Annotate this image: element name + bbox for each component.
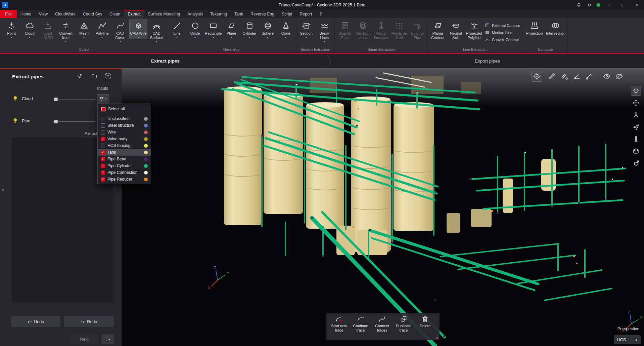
tab-report[interactable]: Report [296,10,316,18]
level-camera-button[interactable] [631,134,641,144]
sync-icon[interactable]: ↻ [586,2,592,8]
tab-tank[interactable]: Tank [231,10,247,18]
notifications-bell-icon[interactable] [576,2,582,8]
point-button[interactable]: Point▾ [2,20,20,39]
checkbox-icon[interactable]: ✓ [101,164,105,168]
tab-analysis[interactable]: Analysis [184,10,206,18]
section-button[interactable]: Section▾ [297,20,315,39]
tab-texturing[interactable]: Texturing [206,10,231,18]
fly-mode-button[interactable] [631,122,641,132]
continue-trace-button[interactable]: Continue trace [350,315,371,333]
visibility-bulb-icon[interactable] [12,118,18,124]
cad-surface-button[interactable]: CAD Surface▾ [147,20,166,44]
filter-item-pipe-cylinder[interactable]: ✓ Pipe Cylinder [98,162,151,169]
cad-wire-button[interactable]: CAD Wire▾ [129,20,147,39]
line-button[interactable]: Line▾ [168,20,186,39]
checkbox-icon[interactable]: ✓ [101,150,105,155]
break-lines-button[interactable]: Break Lines▾ [315,20,333,44]
convex-contour-button[interactable]: Convex Contour [485,37,520,42]
cone-button[interactable]: Cone▾ [277,20,295,39]
rotation-center-button[interactable] [532,71,542,82]
measure-point-button[interactable] [559,71,570,82]
intersection-button[interactable]: Intersection [545,20,566,36]
redo-button[interactable]: ↪ Redo [64,316,114,327]
rectangle-button[interactable]: Rectangle▾ [204,20,222,39]
cloud-class-filter-button[interactable]: ▾ [97,94,109,104]
filter-item-unclassified[interactable]: Unclassified [98,115,151,122]
clipping-box-button[interactable] [631,158,641,168]
tab-extract[interactable]: Extract [124,10,144,18]
checkbox-icon[interactable]: ✓ [101,170,105,175]
slider-track[interactable] [53,121,95,122]
filter-item-valve-body[interactable]: ✓ Valve body [98,136,151,142]
polyline-button[interactable]: Polyline▾ [93,20,111,39]
mesh-button[interactable]: Mesh▾ [75,20,93,39]
tab-home[interactable]: Home [17,10,35,18]
view-cube-button[interactable] [631,146,641,156]
cloud-button[interactable]: Cloud▾ [20,20,39,39]
filter-item-pipe-reducer[interactable]: ✓ Pipe Reducer [98,176,151,183]
measure-slope-button[interactable] [584,71,595,82]
help-icon[interactable]: ? [105,73,111,79]
skip-to-export-button[interactable] [101,334,114,344]
filter-item-tank[interactable]: ✓ Tank [98,149,151,156]
filter-item-wire[interactable]: Wire [98,129,151,136]
measure-distance-button[interactable] [547,71,557,82]
filter-item-hcs-fencing[interactable]: HCS fencing [98,142,151,149]
neutral-axis-button[interactable]: Neutral Axis [447,20,465,40]
convert-from-button[interactable]: Convert from▾ [57,20,75,44]
viewport-canvas[interactable]: Z Y X Z Y X [122,68,644,346]
cad-curve-button[interactable]: CAD Curve▾ [111,20,129,44]
select-all-checkbox[interactable] [101,107,106,112]
checkbox-icon[interactable] [101,123,105,128]
tab-view[interactable]: View [35,10,51,18]
checkbox-icon[interactable] [101,117,105,121]
expand-toolbar-icon[interactable]: » [435,337,440,339]
plane-button[interactable]: Plane▾ [222,20,240,39]
tab-clean[interactable]: Clean [106,10,124,18]
visibility-bulb-icon[interactable] [12,95,18,102]
planar-contour-button[interactable]: Planar Contour [429,20,447,40]
tab-reverse-eng[interactable]: Reverse Eng [247,10,278,18]
delete-trace-button[interactable]: Delete [414,315,436,328]
walkthrough-mode-button[interactable] [631,110,641,120]
checkbox-icon[interactable] [101,130,105,134]
tab-help[interactable]: ? [316,10,325,18]
minimize-button[interactable]: – [604,0,614,10]
projection-button[interactable]: Projection [524,20,545,36]
measure-angle-button[interactable] [571,71,582,82]
sphere-button[interactable]: Sphere▾ [259,20,277,39]
workflow-step-export-pipes[interactable]: Export pipes [331,54,644,68]
filter-item-select-all[interactable]: Select all [98,106,151,112]
workflow-step-extract-pipes[interactable]: Extract pipes [0,54,331,68]
collapse-panel-button[interactable]: ◂ [0,185,4,194]
checkbox-icon[interactable]: ✓ [101,137,105,141]
projected-polyline-button[interactable]: Projected Polyline [465,20,483,40]
tab-cloudworx[interactable]: CloudWorx [51,10,79,18]
median-line-button[interactable]: Median Line [485,30,520,35]
open-folder-icon[interactable] [90,72,98,80]
start-new-trace-button[interactable]: Start new trace [328,315,350,333]
ucs-selector[interactable]: UCS ▲ [614,335,641,344]
undo-button[interactable]: ↩ Undo [11,316,60,327]
cylinder-button[interactable]: Cylinder▾ [240,20,259,39]
checkbox-icon[interactable]: ✓ [101,177,105,182]
hide-annotations-button[interactable] [614,71,625,82]
connect-traces-button[interactable]: Connect traces [371,315,393,333]
pan-mode-button[interactable] [631,98,641,108]
inspection-view-button[interactable] [601,71,612,82]
tab-file[interactable]: File [0,10,17,18]
checkbox-icon[interactable]: ✓ [101,157,105,161]
filter-item-pipe-bend[interactable]: ✓ Pipe Bend [98,156,151,162]
pipe-opacity-slider[interactable] [53,120,95,123]
reset-icon[interactable]: ↺ [76,72,83,80]
close-button[interactable]: × [632,0,641,10]
filter-item-steel-structure[interactable]: Steel structure [98,122,151,129]
orbit-mode-button[interactable] [631,86,641,96]
tab-script[interactable]: Script [278,10,296,18]
duplicate-trace-button[interactable]: Duplicate trace [393,315,414,333]
slider-thumb[interactable] [54,98,58,101]
cloud-opacity-slider[interactable] [53,98,95,101]
slider-track[interactable] [53,99,95,100]
circle-button[interactable]: Circle▾ [186,20,204,39]
